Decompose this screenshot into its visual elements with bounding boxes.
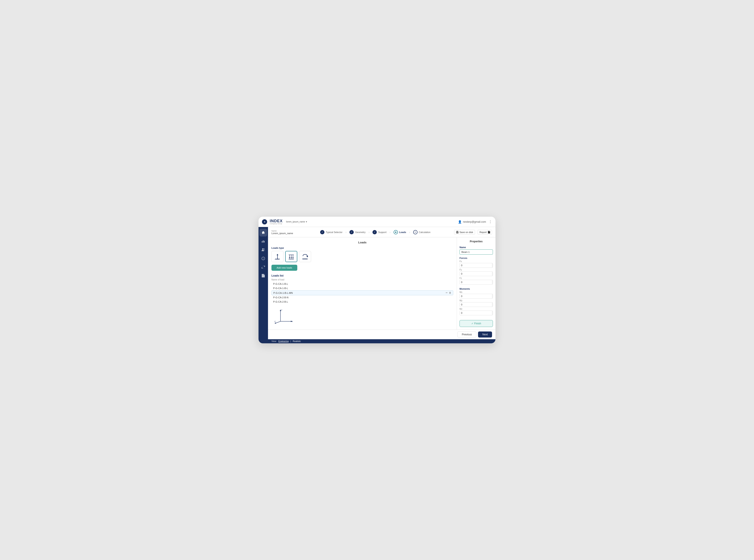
forces-label: Forces [459,257,493,259]
step-check-support: ✓ [373,230,377,234]
app-container: INDEX Company Group lorem_ipsum_name ▾ 👤… [259,217,495,343]
loads-list-label: Loads list [272,274,453,277]
step-check-loads [394,230,398,234]
engineering-view-link[interactable]: Enginering [278,340,289,342]
step-geometry[interactable]: ✓ Geometry [346,230,369,234]
load-item[interactable]: P-G-CA-1-B-L [272,282,453,286]
finish-button[interactable]: ✓ Finish [459,320,493,327]
more-button[interactable]: ⋮ [489,220,492,224]
fy-unit: N [492,272,493,276]
loads-type-label: Loads type [272,247,453,249]
step-support[interactable]: ✓ Support [370,230,390,234]
load-type-distributed[interactable] [285,251,297,262]
svg-marker-21 [289,257,290,259]
logo-subtitle: Company Group [270,223,283,224]
mz-input-group: N.m [459,311,493,315]
svg-rect-2 [263,240,263,242]
sidebar-item-home[interactable] [259,229,267,237]
fx-input[interactable] [460,263,492,267]
axis-diagram: Y X Z [274,308,293,323]
step-items: ✓ Typical Selector › ✓ Geometry › ✓ Supp… [298,230,452,234]
load-item[interactable]: P-G-CA-1-B-L [272,286,453,290]
fx-input-group: N [459,263,493,268]
svg-text:X: X [292,320,293,322]
load-type-point[interactable] [272,251,283,262]
load-item[interactable]: P-G-CA-2-B-L [272,300,453,304]
next-button[interactable]: Next [478,332,492,338]
user-email: nesterp@gmail.com [463,220,486,223]
logo-text: INDEX [270,219,283,223]
content-area: Name Lorem_ipsum_name ✓ Typical Selector… [268,227,495,343]
step-check-geometry: ✓ [350,230,354,234]
step-loads[interactable]: Loads [391,230,409,234]
svg-rect-1 [262,241,262,242]
load-item-selected[interactable]: P-G-CA-1-B-L-MN ✏ 🗑 [272,290,453,295]
edit-icon[interactable]: ✏ [446,292,448,294]
save-on-disk-button[interactable]: Save on disk [454,230,475,235]
previous-button[interactable]: Previous [457,332,477,338]
sidebar-item-users[interactable] [259,246,267,254]
svg-marker-25 [292,257,294,259]
fx-label: Fx [459,260,493,263]
view-label: View: [272,340,277,342]
my-input[interactable] [460,302,492,307]
top-bar: INDEX Company Group lorem_ipsum_name ▾ 👤… [259,217,495,227]
mz-label: Mz [459,308,493,310]
report-button[interactable]: Report [478,230,492,235]
mz-input[interactable] [460,311,492,315]
name-value: Lorem_ipsum_name [272,232,293,235]
user-icon: 👤 [458,220,462,224]
fy-input[interactable] [460,272,492,276]
svg-text:Z: Z [275,320,276,322]
svg-marker-27 [306,256,308,257]
middle-content: Loads Loads type [268,237,495,329]
load-icons-row [272,251,453,262]
svg-point-8 [395,232,396,233]
project-name[interactable]: lorem_ipsum_name ▾ [286,221,307,223]
step-check-calculation: 5 [413,230,417,234]
svg-point-4 [262,248,263,249]
sidebar-item-doc[interactable] [259,272,267,280]
fz-input-group: N [459,280,493,284]
sidebar-item-info[interactable]: i [259,255,267,262]
view-area: Y X Z [272,304,453,326]
load-type-moment[interactable] [299,251,311,262]
my-input-group: N.m [459,302,493,307]
fz-input[interactable] [460,280,492,284]
load-item-actions: ✏ 🗑 [446,292,451,294]
step-check-typical: ✓ [320,230,324,234]
collapse-button[interactable] [262,219,267,224]
fz-label: Fz [459,277,493,279]
nav-buttons: Previous Next [272,332,492,338]
svg-line-39 [276,321,280,323]
step-calculation[interactable]: 5 Calculation [410,230,433,234]
sidebar-item-chart[interactable] [259,237,267,245]
svg-rect-3 [264,241,264,242]
loads-list-section: Loads list Name of load P-G-CA-1-B-L P-G… [272,274,453,304]
user-info: 👤 nesterp@gmail.com [458,220,486,224]
svg-text:Y: Y [281,309,282,311]
moments-label: Moments [459,287,493,290]
name-input[interactable] [459,249,493,255]
properties-panel: Properties Name Forces Fx N Fy [457,237,495,329]
mx-input[interactable] [460,294,492,298]
logo: INDEX Company Group [270,219,283,224]
svg-text:i: i [263,257,263,260]
top-bar-right: 👤 nesterp@gmail.com ⋮ [458,220,492,224]
sidebar-item-refresh[interactable] [259,263,267,271]
realistic-view-link[interactable]: Realistic [293,340,301,342]
step-typical-selector[interactable]: ✓ Typical Selector [317,230,345,234]
my-label: My [459,299,493,302]
name-area: Name Lorem_ipsum_name [272,230,293,235]
name-label: Name [272,230,293,232]
add-new-loads-button[interactable]: Add new loads [272,265,297,271]
svg-rect-10 [457,231,458,232]
moments-section: Moments Mx N.m My N.m Mz [459,287,493,316]
stepper-bar: Name Lorem_ipsum_name ✓ Typical Selector… [268,227,495,237]
fy-input-group: N [459,272,493,276]
mx-label: Mx [459,291,493,293]
delete-icon[interactable]: 🗑 [449,292,451,294]
properties-title: Properties [459,240,493,243]
name-section: Name [459,246,493,255]
load-item[interactable]: P-G-CA-2-B-N [272,295,453,300]
